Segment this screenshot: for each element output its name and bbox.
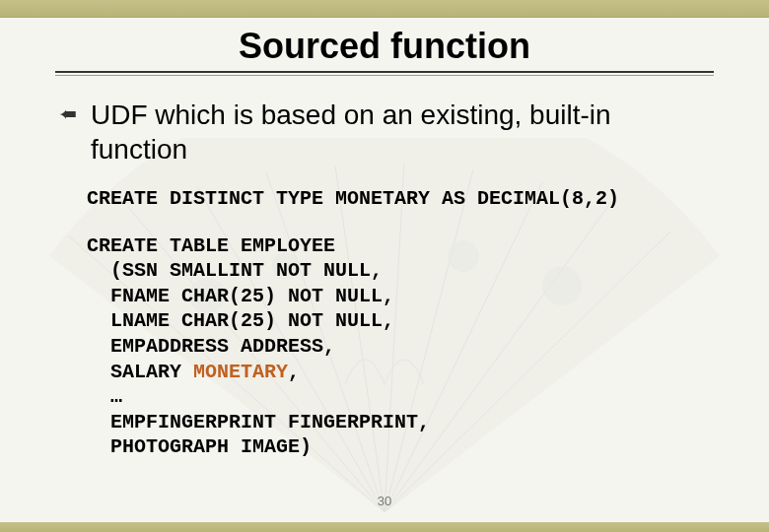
code-line: PHOTOGRAPH IMAGE) [87,435,312,458]
code-block-distinct-type: CREATE DISTINCT TYPE MONETARY AS DECIMAL… [87,186,769,212]
code-line: (SSN SMALLINT NOT NULL, [87,259,383,282]
slide-title: Sourced function [0,26,769,67]
code-line: FNAME CHAR(25) NOT NULL, [87,285,394,307]
code-line: EMPFINGERPRINT FINGERPRINT, [87,411,430,433]
code-line: LNAME CHAR(25) NOT NULL, [87,309,394,332]
title-underline-thin [55,75,714,76]
bullet-row: ➨ UDF which is based on an existing, bui… [59,98,710,166]
code-line: CREATE TABLE EMPLOYEE [87,234,335,257]
code-line: SALARY [87,361,193,383]
page-number: 30 [378,494,391,508]
code-block-create-table: CREATE TABLE EMPLOYEE (SSN SMALLINT NOT … [87,233,769,460]
bottom-accent-bar [0,522,769,532]
bullet-arrow-icon: ➨ [59,101,77,127]
bullet-text: UDF which is based on an existing, built… [91,98,710,166]
code-highlight-monetary: MONETARY [193,361,288,383]
top-accent-bar [0,0,769,18]
code-line: EMPADDRESS ADDRESS, [87,335,335,358]
title-underline-thick [55,71,714,73]
code-line: , [288,361,300,383]
code-line: … [87,385,122,408]
